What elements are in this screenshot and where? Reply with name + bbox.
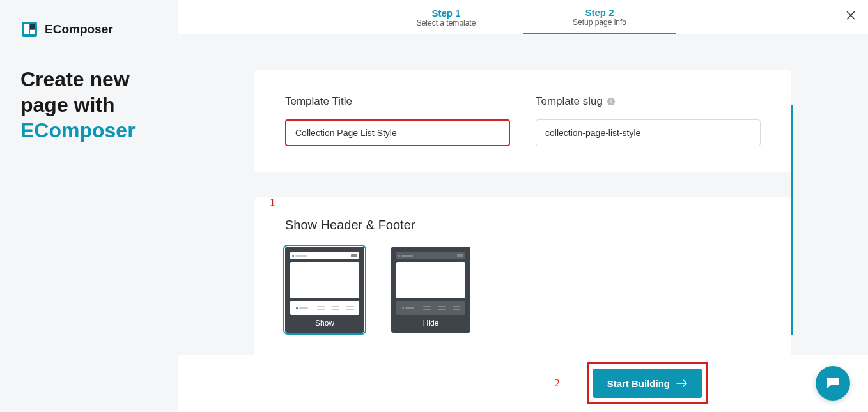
step-2-sub: Setup page info [573,18,626,27]
preview-body [396,262,465,298]
template-title-input[interactable] [285,119,510,146]
svg-rect-0 [22,22,37,37]
template-slug-input[interactable] [536,119,761,146]
template-slug-label: Template slug [536,95,603,108]
info-icon[interactable]: i [607,97,616,106]
step-2-tab[interactable]: Step 2 Setup page info [523,0,676,34]
scroll-wrap: 1 Template Title Template slug i [254,70,791,389]
svg-text:i: i [610,98,612,105]
sidebar: EComposer Create new page with EComposer [0,0,178,412]
close-icon [845,10,856,21]
start-building-button[interactable]: Start Building [593,369,702,398]
title-line-2: page with [20,93,115,116]
template-info-card: Template Title Template slug i [254,70,791,172]
preview-footer-show [290,301,359,315]
chat-fab[interactable] [816,366,850,401]
scroll-indicator[interactable] [791,105,793,335]
template-title-label: Template Title [285,95,352,108]
preview-body [290,262,359,298]
show-header-footer-card: Show Header & Footer [254,197,791,358]
svg-rect-1 [24,24,29,34]
annotation-1: 1 [270,196,275,209]
close-button[interactable] [845,10,856,24]
show-hf-title: Show Header & Footer [285,218,761,233]
chat-icon [825,375,841,392]
preview-header-show [290,252,359,259]
option-hide[interactable]: Hide [391,247,470,333]
main: Step 1 Select a template Step 2 Setup pa… [178,0,868,412]
template-slug-col: Template slug i [536,95,761,146]
step-1-tab[interactable]: Step 1 Select a template [369,0,523,34]
preview-header-hide [396,252,465,259]
option-show-label: Show [290,319,359,328]
annotation-2: 2 [554,377,560,390]
step-1-title: Step 1 [431,8,460,19]
svg-rect-3 [30,30,35,34]
sidebar-title: Create new page with EComposer [20,66,157,143]
option-show[interactable]: Show [285,247,364,333]
start-building-highlight: Start Building [587,362,708,404]
svg-rect-2 [30,24,35,29]
logo: EComposer [20,20,157,38]
ecomposer-logo-icon [20,20,38,38]
preview-hide [396,252,465,315]
template-title-col: Template Title [285,95,510,146]
arrow-right-icon [676,379,688,388]
preview-footer-hide [396,301,465,315]
option-hide-label: Hide [396,319,465,328]
step-1-sub: Select a template [417,19,476,27]
step-2-title: Step 2 [585,7,614,18]
logo-text: EComposer [45,22,113,36]
title-line-3: EComposer [20,119,136,142]
steps-bar: Step 1 Select a template Step 2 Setup pa… [178,0,868,34]
footer-bar: 2 Start Building [178,355,868,412]
title-line-1: Create new [20,68,130,91]
start-building-label: Start Building [607,378,670,389]
preview-show [290,252,359,315]
